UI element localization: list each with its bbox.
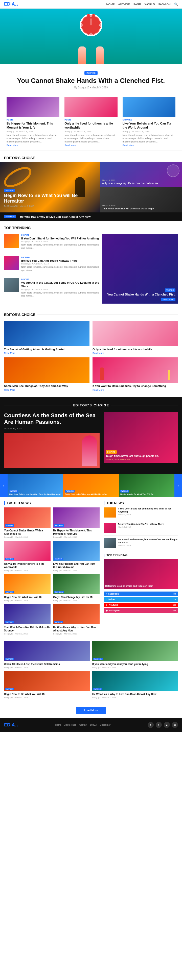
lasted-title-2[interactable]: Be Happy for This Moment. This Moment is… [53,529,100,536]
carousel-text-2: FASHION Begin Now to Be What You Will Be… [65,490,117,496]
editors-choice-header: EDITOR'S CHOISE [0,151,182,162]
post-image-3 [123,97,176,117]
editors-right-top-title[interactable]: Only I Can Change My Life. No One Can Do… [102,182,158,185]
youtube-button[interactable]: ▶ Youtube 2k [104,603,178,607]
twitter-button[interactable]: t Twitter 1k [104,597,178,601]
trending-thumb-1 [4,234,19,248]
trending-content-2: FASHION Believe You Can And You're Halfw… [21,256,100,272]
more-lasted-card-4: WORLD He Who Has a Why to Live Can Bear … [92,671,178,698]
nav-page[interactable]: PAGE [134,3,141,6]
read-more-2[interactable]: Read More [64,144,117,146]
more-lasted-title-4[interactable]: He Who Has a Why to Live Can Bear Almost… [92,692,178,696]
lasted-img-1: INSPIRE [4,508,51,528]
dark-editor-left: Countless As the Sands of the Sea Are Hu… [4,412,100,469]
post-title-3[interactable]: Live Your Beliefs and You Can Turn the W… [123,122,176,130]
editor-card-title-1[interactable]: The Secret of Getting Ahead is Getting S… [4,348,89,351]
editors-choice-title: EDITOR'S CHOISE [4,156,35,160]
instagram-count: 5k [173,609,176,612]
svg-text:3: 3 [99,24,100,26]
more-lasted-title-3[interactable]: Begin Now to Be What You Will Be [4,692,90,696]
top-news-headline-3[interactable]: We Are All In the Gutter, but Some of Us… [118,538,178,544]
featured-title[interactable]: You Cannot Shake Hands With a Clenched F… [107,293,176,297]
trending-divider [33,228,178,228]
more-lasted-img-1: INSPIRE [4,641,90,661]
post-meta-1: Boogoy13 • March 3, 2019 [6,130,59,133]
footer-instagram-icon[interactable]: ◉ [172,722,178,728]
lasted-section-title: LASTED NEWS [4,501,100,505]
dark-big-title[interactable]: Countless As the Sands of the Sea Are Hu… [4,412,100,426]
footer-link-home[interactable]: Home [55,724,61,726]
editors-main-title[interactable]: Begin Now to Be What You will Be Hereaft… [4,193,97,204]
editors-choice-2-grid: The Secret of Getting Ahead is Getting S… [4,321,178,391]
editor-card-link-4[interactable]: Read More [93,389,178,391]
feature-title: You Cannot Shake Hands With a Clenched F… [10,77,172,84]
lasted-title-3[interactable]: Only a life lived for others is a life w… [4,562,51,569]
lasted-title-4[interactable]: Live Your Beliefs and You Can Turn the W… [53,562,100,569]
top-news-headline-2[interactable]: Believe You Can And You're Halfway There [118,523,164,526]
trending-excerpt-3: Nam libero tempore, cum soluta nobis est… [21,291,100,298]
footer-twitter-icon[interactable]: t [156,722,162,728]
feature-article: INSPIRE You Cannot Shake Hands With a Cl… [0,64,182,93]
footer-facebook-icon[interactable]: f [148,722,154,728]
trending-title-3[interactable]: We Are All In the Gutter, but Some of Us… [21,281,100,288]
editor-card-link-1[interactable]: Read More [4,352,89,354]
carousel-item-2[interactable]: FASHION Begin Now to Be What You Will Be… [63,474,119,497]
trending-title-1[interactable]: If You Don't Stand for Something You Wil… [21,237,100,240]
top-news-item-1: If You Don't Stand for Something You Wil… [104,508,178,520]
more-lasted-title-2[interactable]: If you want and you said you can't you'r… [92,662,178,666]
editors-right-top: March 3, 2019 Only I Can Change My Life.… [100,162,182,187]
flamingo-shape [82,436,97,466]
read-more-3[interactable]: Read More [123,144,176,146]
read-more-1[interactable]: Read More [6,144,59,146]
search-icon[interactable]: 🔍 [174,3,178,6]
carousel-item-1[interactable]: INSPIRE Live Your Beliefs and You Can Tu… [8,474,63,497]
facebook-button[interactable]: f Facebook 3k [104,592,178,596]
editor-card-title-2[interactable]: Only a life lived for others is a life w… [93,348,178,351]
trending-title-2[interactable]: Believe You Can And You're Halfway There [21,259,100,262]
instagram-button[interactable]: ◉ Instagram 5k [104,608,178,613]
carousel-left-arrow[interactable]: ‹ [0,474,8,497]
dark-strip-left: FASHION He Who Has a Why to Live Can Bea… [4,215,91,218]
more-lasted-img-4: WORLD [92,671,178,691]
carousel-item-3[interactable]: WORLD Begin Now to Be What You Will Be [119,474,174,497]
carousel-text-3: WORLD Begin Now to Be What You Will Be [120,490,173,496]
logo[interactable]: EDIA.▲ [4,2,18,7]
footer-logo: EDIA.▲ [4,722,18,728]
footer-link-disclaimer[interactable]: Disclaimer [100,724,110,726]
footer-link-dmca[interactable]: DMCA [90,724,97,726]
lasted-title-1[interactable]: You Cannot Shake Hands With a Clenched F… [4,529,51,536]
featured-read-more[interactable]: Read More [161,298,176,301]
nav-home[interactable]: HOME [106,3,115,6]
load-more-button[interactable]: Load More [76,707,106,714]
lasted-title-6[interactable]: Only I Can Change My Life for Me [53,596,100,599]
lasted-title-7[interactable]: That Which Does Not Kill Us Makes Us Str… [4,626,51,632]
top-news-sidebar: TOP NEWS If You Don't Stand for Somethin… [104,501,178,635]
lasted-card-2: FASHION Be Happy for This Moment. This M… [53,508,100,538]
footer-link-contact[interactable]: Contact [79,724,87,726]
editors-right-bottom-title[interactable]: That Which Does Not Kill Us Makes Us Str… [102,207,154,210]
trending-content-1: INSPIRE If You Don't Stand for Something… [21,234,100,250]
editor-card-title-4[interactable]: If You Want to Make Enemies, Try to Chan… [93,384,178,388]
nav-fashion[interactable]: FASHION [158,3,171,6]
lasted-title-5[interactable]: Begin Now Be What You Will Be [4,596,51,599]
post-title-2[interactable]: Only a life lived for others is a life w… [64,122,117,130]
dark-right-title[interactable]: Tough times never last but tough people … [106,454,176,458]
nav-author[interactable]: AUTHOR [118,3,130,6]
footer-link-about[interactable]: About Page [64,724,76,726]
trending-excerpt-1: Nam libero tempore, cum soluta nobis est… [21,243,100,250]
lasted-title-8[interactable]: He Who Has a Why to Live Can Bear Almost… [53,626,100,632]
footer-youtube-icon[interactable]: ▶ [164,722,170,728]
post-title-1[interactable]: Be Happy for This Moment. This Moment is… [6,122,59,130]
top-trending-title: TOP TRENDING [4,226,30,230]
dark-strip-title[interactable]: He Who Has a Why to Live Can Bear Almost… [20,215,91,218]
editor-card-link-3[interactable]: Read More [4,389,89,391]
more-lasted-title-1[interactable]: When All Else is Lost, the Future Still … [4,662,90,666]
carousel-right-arrow[interactable]: › [174,474,182,497]
top-trending-big-text[interactable]: Determine your priorities and focus on t… [105,585,176,588]
svg-text:9: 9 [82,24,83,26]
hero-hands [78,46,104,64]
editor-card-title-3[interactable]: Some Men See Things as They Are and Ask … [4,384,89,388]
top-news-headline-1[interactable]: If You Don't Stand for Something You Wil… [118,508,178,513]
nav-world[interactable]: WORLD [145,3,155,6]
editor-card-link-2[interactable]: Read More [93,352,178,354]
